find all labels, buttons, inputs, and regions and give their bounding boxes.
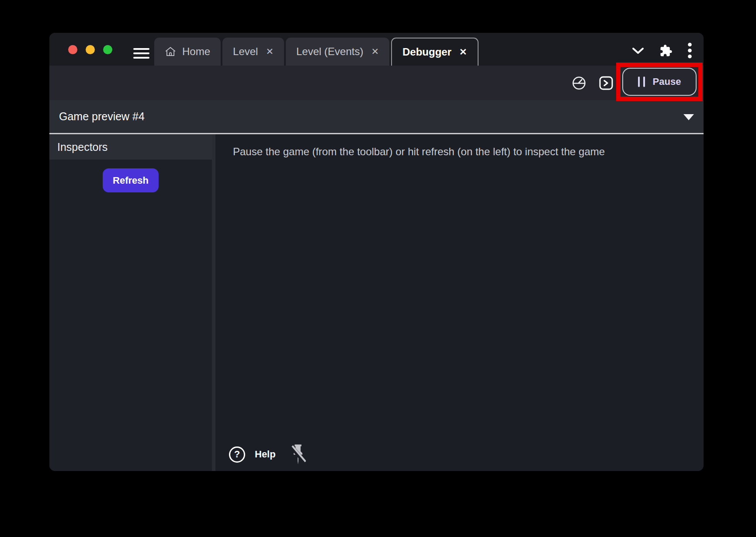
tab-home[interactable]: Home	[154, 38, 221, 66]
game-preview-selector[interactable]: Game preview #4	[49, 100, 704, 133]
help-button[interactable]: ? Help	[229, 446, 276, 463]
zoom-window-button[interactable]	[103, 45, 112, 54]
kebab-menu-icon[interactable]	[687, 42, 692, 59]
tab-label: Debugger	[402, 46, 451, 58]
close-window-button[interactable]	[68, 45, 77, 54]
annotation-highlight-box: Pause	[616, 63, 703, 101]
tab-debugger[interactable]: Debugger ✕	[391, 38, 479, 66]
tab-level[interactable]: Level ✕	[222, 38, 284, 66]
inspector-main-panel: Pause the game (from the toolbar) or hit…	[215, 134, 704, 471]
console-icon[interactable]	[599, 76, 614, 91]
home-icon	[165, 46, 176, 57]
debugger-toolbar: Pause	[49, 66, 704, 100]
debugger-content: Inspectors Refresh Pause the game (from …	[49, 134, 704, 471]
inspectors-sidebar: Inspectors Refresh	[49, 134, 212, 471]
help-label: Help	[255, 449, 276, 460]
chevron-down-icon[interactable]	[631, 47, 645, 55]
pin-off-icon[interactable]	[290, 443, 306, 466]
empty-state-message: Pause the game (from the toolbar) or hit…	[215, 134, 704, 158]
pause-icon	[638, 77, 645, 87]
minimize-window-button[interactable]	[86, 45, 95, 54]
tab-level-events[interactable]: Level (Events) ✕	[286, 38, 389, 66]
tab-label: Level	[233, 45, 258, 58]
app-window: Home Level ✕ Level (Events) ✕ Debugger ✕	[49, 33, 704, 471]
panel-footer: ? Help	[229, 443, 306, 466]
help-circle-icon: ?	[229, 446, 245, 463]
game-preview-title: Game preview #4	[59, 110, 145, 123]
titlebar: Home Level ✕ Level (Events) ✕ Debugger ✕	[49, 33, 704, 66]
extensions-icon[interactable]	[659, 44, 673, 57]
tab-bar: Home Level ✕ Level (Events) ✕ Debugger ✕	[154, 38, 479, 66]
close-tab-icon[interactable]: ✕	[369, 46, 379, 57]
close-tab-icon[interactable]: ✕	[458, 47, 467, 57]
inspectors-header: Inspectors	[49, 134, 212, 160]
close-tab-icon[interactable]: ✕	[264, 46, 274, 57]
titlebar-right-actions	[631, 42, 692, 59]
window-controls	[68, 45, 112, 54]
tab-label: Level (Events)	[296, 45, 363, 58]
hamburger-menu-icon[interactable]	[133, 48, 149, 59]
vertical-divider	[212, 134, 215, 471]
caret-down-icon[interactable]	[683, 114, 694, 120]
pause-button-label: Pause	[653, 76, 681, 87]
pause-button[interactable]: Pause	[622, 68, 697, 96]
tab-label: Home	[182, 45, 210, 58]
refresh-button[interactable]: Refresh	[103, 168, 159, 192]
inspectors-body: Refresh	[49, 160, 212, 471]
profiler-icon[interactable]	[572, 76, 586, 91]
